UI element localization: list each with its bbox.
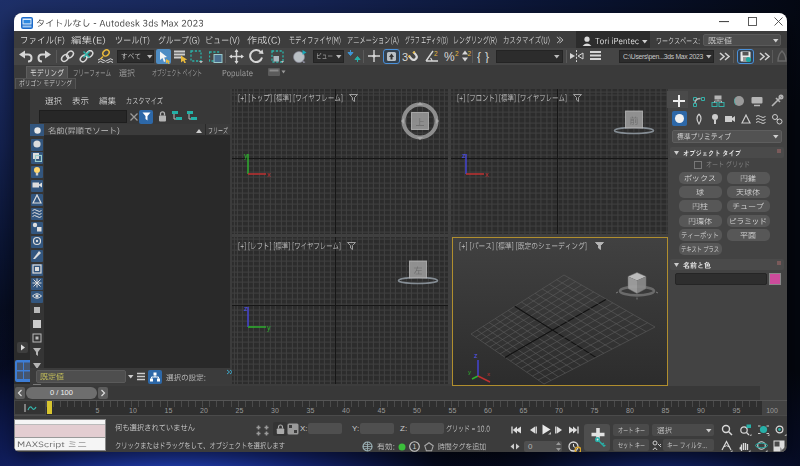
svg-text:y: y	[468, 369, 471, 375]
svg-text:2: 2	[468, 50, 472, 57]
svg-text:y: y	[244, 152, 248, 160]
svg-text:2: 2	[434, 50, 438, 57]
svg-text:}: }	[485, 50, 489, 63]
svg-text:z: z	[462, 152, 466, 159]
svg-text:x: x	[485, 171, 489, 178]
svg-text:z: z	[244, 305, 248, 312]
svg-text:x: x	[487, 371, 490, 377]
svg-text:y: y	[267, 324, 271, 332]
svg-text:1: 1	[413, 443, 417, 450]
svg-text:x: x	[267, 171, 271, 178]
svg-text:%: %	[444, 50, 455, 63]
svg-text:3: 3	[402, 51, 408, 63]
svg-text:z: z	[474, 352, 478, 359]
svg-text:{: {	[477, 50, 481, 63]
